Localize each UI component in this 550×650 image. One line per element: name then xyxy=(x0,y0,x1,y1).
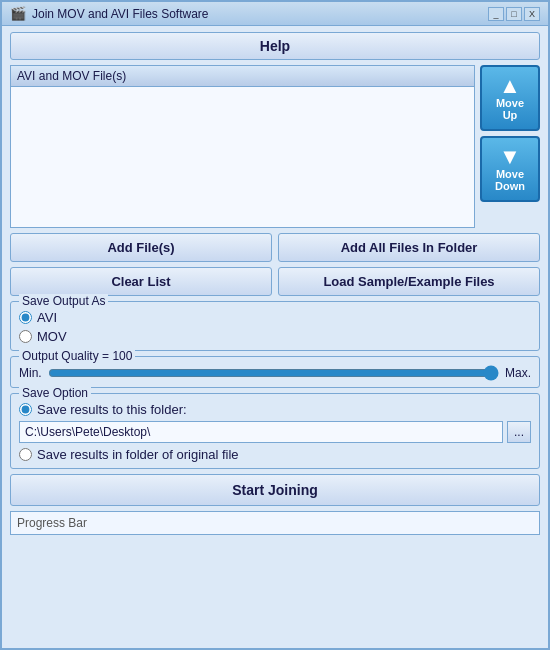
content-area: Help AVI and MOV File(s) ▲ MoveUp ▼ Move… xyxy=(2,26,548,648)
help-button[interactable]: Help xyxy=(10,32,540,60)
close-button[interactable]: X xyxy=(524,7,540,21)
window-icon: 🎬 xyxy=(10,6,26,21)
file-list-body[interactable] xyxy=(11,87,474,227)
radio-save-original-label: Save results in folder of original file xyxy=(37,447,239,462)
title-buttons: _ □ X xyxy=(488,7,540,21)
progress-bar: Progress Bar xyxy=(10,511,540,535)
save-option-label: Save Option xyxy=(19,386,91,400)
save-option-group: Save Option Save results to this folder:… xyxy=(10,393,540,469)
radio-save-folder-row: Save results to this folder: xyxy=(19,402,531,417)
radio-original-row: Save results in folder of original file xyxy=(19,447,531,462)
folder-row: ... xyxy=(19,421,531,443)
quality-slider[interactable] xyxy=(48,365,499,381)
radio-avi-row: AVI xyxy=(19,310,531,325)
move-buttons: ▲ MoveUp ▼ MoveDown xyxy=(480,65,540,228)
add-all-files-button[interactable]: Add All Files In Folder xyxy=(278,233,540,262)
move-down-label: MoveDown xyxy=(486,168,534,192)
output-quality-group: Output Quality = 100 Min. Max. xyxy=(10,356,540,388)
radio-avi[interactable] xyxy=(19,311,32,324)
radio-mov-row: MOV xyxy=(19,329,531,344)
folder-path-input[interactable] xyxy=(19,421,503,443)
main-window: 🎬 Join MOV and AVI Files Software _ □ X … xyxy=(0,0,550,650)
clear-load-row: Clear List Load Sample/Example Files xyxy=(10,267,540,296)
file-area: AVI and MOV File(s) ▲ MoveUp ▼ MoveDown xyxy=(10,65,540,228)
radio-save-original[interactable] xyxy=(19,448,32,461)
restore-button[interactable]: □ xyxy=(506,7,522,21)
min-label: Min. xyxy=(19,366,42,380)
move-down-arrow: ▼ xyxy=(486,146,534,168)
radio-mov-label: MOV xyxy=(37,329,67,344)
file-list-header: AVI and MOV File(s) xyxy=(11,66,474,87)
minimize-button[interactable]: _ xyxy=(488,7,504,21)
load-sample-button[interactable]: Load Sample/Example Files xyxy=(278,267,540,296)
radio-save-folder[interactable] xyxy=(19,403,32,416)
output-quality-label: Output Quality = 100 xyxy=(19,349,135,363)
radio-mov[interactable] xyxy=(19,330,32,343)
title-bar: 🎬 Join MOV and AVI Files Software _ □ X xyxy=(2,2,548,26)
clear-list-button[interactable]: Clear List xyxy=(10,267,272,296)
add-files-button[interactable]: Add File(s) xyxy=(10,233,272,262)
file-list-container: AVI and MOV File(s) xyxy=(10,65,475,228)
move-up-arrow: ▲ xyxy=(486,75,534,97)
save-output-label: Save Output As xyxy=(19,294,108,308)
browse-button[interactable]: ... xyxy=(507,421,531,443)
max-label: Max. xyxy=(505,366,531,380)
add-buttons-row: Add File(s) Add All Files In Folder xyxy=(10,233,540,262)
radio-avi-label: AVI xyxy=(37,310,57,325)
slider-row: Min. Max. xyxy=(19,365,531,381)
window-title: Join MOV and AVI Files Software xyxy=(32,7,209,21)
title-bar-left: 🎬 Join MOV and AVI Files Software xyxy=(10,6,209,21)
move-up-label: MoveUp xyxy=(486,97,534,121)
start-joining-button[interactable]: Start Joining xyxy=(10,474,540,506)
move-up-button[interactable]: ▲ MoveUp xyxy=(480,65,540,131)
move-down-button[interactable]: ▼ MoveDown xyxy=(480,136,540,202)
radio-save-folder-label: Save results to this folder: xyxy=(37,402,187,417)
save-output-group: Save Output As AVI MOV xyxy=(10,301,540,351)
